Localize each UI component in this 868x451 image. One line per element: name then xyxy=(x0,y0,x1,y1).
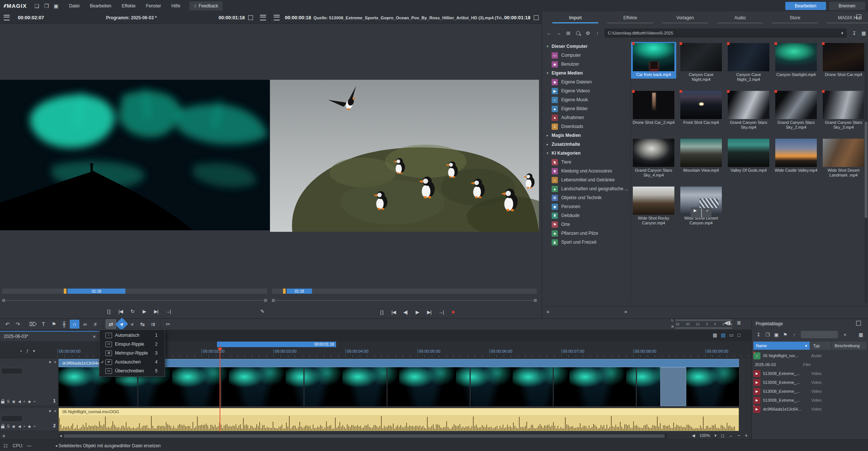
source-fullscreen-icon[interactable] xyxy=(534,15,539,20)
solo-icon[interactable]: S xyxy=(7,424,10,428)
visibility-icon[interactable]: ◉ xyxy=(12,424,16,428)
tab-import[interactable]: Import xyxy=(549,15,601,23)
zoom-prev-icon[interactable]: ◀ xyxy=(692,433,695,438)
tree-expand-icon[interactable]: ▾ xyxy=(543,45,552,48)
fader-icon[interactable]: ÷ xyxy=(23,424,26,428)
save-icon[interactable]: ▣ xyxy=(51,2,61,10)
delete-icon[interactable]: ⌦ xyxy=(28,320,38,329)
hscroll-left-icon[interactable]: ◀ xyxy=(59,434,62,438)
play-button[interactable]: ▶ xyxy=(141,309,148,314)
lock-icon[interactable] xyxy=(1,426,4,428)
loop-button[interactable]: ↻ xyxy=(129,309,136,314)
bin-row[interactable]: 2025-06-03Film xyxy=(753,360,867,369)
media-thumb[interactable]: Valley Of Gods.mp4 xyxy=(726,138,771,174)
pointer-all-tracks-icon[interactable]: ⇉ xyxy=(148,320,158,329)
zoom-fit-object-icon[interactable]: ◻ xyxy=(721,433,724,438)
detach-icon[interactable]: □ xyxy=(737,332,740,338)
burn-mode-button[interactable]: Brennen xyxy=(829,2,865,10)
path-dropdown-icon[interactable]: ▾ xyxy=(841,31,844,36)
menu-item-effekte[interactable]: Effekte xyxy=(116,0,141,11)
gear-icon[interactable]: ⚙ xyxy=(583,30,593,36)
media-thumb[interactable]: Wide Castle Valley.mp4 xyxy=(773,138,819,174)
tree-expand-icon[interactable]: ▸ xyxy=(543,142,552,146)
pointer-single-track-icon[interactable]: ➢ xyxy=(125,317,138,330)
tab-effekte[interactable]: Effekte xyxy=(604,15,656,23)
open-folder-icon[interactable]: ❒ xyxy=(42,2,51,10)
track2-header[interactable]: ▾+ S◉◀÷◆÷ 2 xyxy=(0,408,58,431)
tree-item-eigene-musik[interactable]: ♪Eigene Musik xyxy=(543,95,629,104)
menu-item-fenster[interactable]: Fenster xyxy=(141,0,166,11)
speaker-icon[interactable]: ◀▮ xyxy=(724,320,731,326)
tree-item-personen[interactable]: ☻Personen xyxy=(543,202,629,211)
program-range-segment[interactable]: 01:18 xyxy=(68,289,125,294)
undo-icon[interactable]: ↶ xyxy=(3,320,12,329)
menu-item--berschreiben[interactable]: ▭Überschreiben5 xyxy=(99,366,165,375)
program-menu-icon[interactable] xyxy=(4,15,10,20)
visibility-icon[interactable]: ◉ xyxy=(12,399,16,404)
menu-item-datei[interactable]: Datei xyxy=(64,0,85,11)
next-frame-button[interactable]: ▶| xyxy=(426,309,433,315)
bin-col-type[interactable]: Typ xyxy=(811,342,831,350)
range-button[interactable]: [ ] xyxy=(105,309,112,314)
media-thumb[interactable]: Canyon Starlight.mp4 xyxy=(773,42,819,79)
bin-row[interactable]: ▶dc9f66ada1e13c64...Video xyxy=(753,405,867,414)
timeline-view-icon[interactable]: ▤ xyxy=(721,332,726,338)
add-icon[interactable]: + xyxy=(54,409,56,414)
play-button[interactable]: ▶ xyxy=(414,309,421,315)
range-icon[interactable]: [ ] xyxy=(700,208,703,217)
media-thumb[interactable]: Canyon Cave Night.mp4 xyxy=(678,42,724,83)
fader-icon[interactable]: ÷ xyxy=(33,399,36,404)
tab-magix-hub[interactable]: MAGIX Hub xyxy=(824,15,868,23)
program-video[interactable] xyxy=(0,80,270,230)
source-menu-icon[interactable] xyxy=(274,15,280,20)
edit-mode-button[interactable]: Bearbeiten xyxy=(785,2,826,10)
media-thumb[interactable]: Wide Shot Desert Landmark .mp4 xyxy=(821,138,866,179)
tree-expand-icon[interactable]: ▾ xyxy=(543,71,552,75)
snap-magnet-icon[interactable]: ∩ xyxy=(70,320,79,329)
mute-icon[interactable]: ◀ xyxy=(18,399,21,404)
bin-col-desc[interactable]: Beschreibung xyxy=(832,342,867,350)
tree-item-downloads[interactable]: ⇩Downloads xyxy=(543,122,629,131)
bin-detach-icon[interactable] xyxy=(856,321,861,326)
menu-item-bearbeiten[interactable]: Bearbeiten xyxy=(85,0,116,11)
media-thumb[interactable]: Drone Shot Car_2.mp4 xyxy=(631,90,676,126)
overview-icon[interactable]: ▭ xyxy=(729,332,734,338)
fader-icon[interactable]: ÷ xyxy=(33,424,36,428)
program-scrub-tool[interactable]: ✎ xyxy=(259,309,266,314)
tree-header-eigene-medien[interactable]: ▾Eigene Medien xyxy=(543,69,629,78)
tree-item-eigene-videos[interactable]: ▶Eigene Videos xyxy=(543,86,629,95)
pool-import-icon[interactable]: ↧ xyxy=(849,30,859,36)
zoom-level[interactable]: 100% xyxy=(700,433,710,438)
project-tab[interactable]: 2025-06-03* × xyxy=(0,331,99,341)
pool-scrollbar[interactable] xyxy=(865,42,867,303)
source-range-segment[interactable]: 01:18 xyxy=(287,289,312,294)
text-tool-icon[interactable]: T xyxy=(39,320,48,329)
zoom-out-icon[interactable]: − xyxy=(737,432,740,438)
marker-icon[interactable]: ⚑ xyxy=(49,320,59,329)
tree-item-computer[interactable]: ▭Computer xyxy=(543,51,629,60)
feedback-button[interactable]: ☝ Feedback xyxy=(189,1,223,10)
tree-header-magix-medien[interactable]: ▸Magix Medien xyxy=(543,131,629,140)
tree-item-kleidung-und-accessoires[interactable]: ♛Kleidung und Accessoires xyxy=(543,167,629,175)
media-thumb[interactable]: Grand Canyon Stars Sky.mp4 xyxy=(726,90,771,131)
media-thumb[interactable]: Canyon Cave Night_2.mp4 xyxy=(726,42,771,83)
tree-header-ki-kategorien[interactable]: ▾KI Kategorien xyxy=(543,149,629,158)
hscroll-thumb[interactable] xyxy=(64,434,665,438)
track1-header[interactable]: ▾+ S◉◀÷◆÷ 1 xyxy=(0,359,58,406)
program-scrub-handle[interactable] xyxy=(64,289,66,294)
menu-item-hilfe[interactable]: Hilfe xyxy=(166,0,185,11)
solo-icon[interactable]: S xyxy=(7,399,10,404)
tree-item-aufnahmen[interactable]: ●Aufnahmen xyxy=(543,113,629,122)
tab-audio[interactable]: Audio xyxy=(714,15,766,23)
media-thumb[interactable]: Mountain View.mp4 xyxy=(678,138,724,174)
program-options-icon[interactable] xyxy=(260,15,266,20)
media-thumb[interactable]: ▶[ ]⤶Wide Snow Desert Canyon.mp4 xyxy=(678,185,724,227)
zoom-in-icon[interactable]: + xyxy=(745,432,748,438)
jump-end-button[interactable]: →| xyxy=(438,309,444,315)
dropdown-icon[interactable]: ▾ xyxy=(49,409,51,414)
tree-expand-icon[interactable]: ▸ xyxy=(543,134,552,137)
tree-item-objekte-und-technik[interactable]: ⚙Objekte und Technik xyxy=(543,193,629,202)
source-scrub-bar[interactable]: 01:18 xyxy=(272,289,537,294)
insert-icon[interactable]: ⤶ xyxy=(706,208,708,217)
path-input[interactable]: C:\Users\kay.dittfurth\Videos\5-2025 ▾ xyxy=(605,29,847,37)
